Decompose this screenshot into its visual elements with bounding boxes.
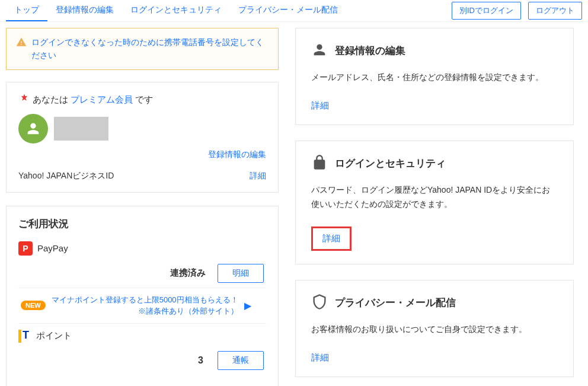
paypay-detail-button[interactable]: 明細: [218, 264, 264, 283]
usage-title: ご利用状況: [18, 217, 266, 231]
premium-prefix: あなたは: [33, 94, 68, 106]
logout-button[interactable]: ログアウト: [528, 2, 582, 20]
security-title: ログインとセキュリティ: [335, 157, 446, 170]
tpoint-icon: T: [18, 330, 31, 343]
edit-info-detail-link[interactable]: 詳細: [311, 100, 329, 111]
edit-info-head: 登録情報の編集: [311, 42, 558, 60]
security-head: ログインとセキュリティ: [311, 154, 558, 173]
privacy-detail-link[interactable]: 詳細: [311, 352, 329, 363]
alert-text: ログインできなくなった時のために携帯電話番号を設定してください: [31, 36, 269, 62]
business-id-detail-link[interactable]: 詳細: [250, 171, 266, 181]
edit-info-desc: メールアドレス、氏名・住所などの登録情報を設定できます。: [311, 71, 558, 85]
chevron-right-icon: ▶: [244, 300, 251, 311]
tpoint-value-row: 3 通帳: [18, 349, 266, 375]
security-desc: パスワード、ログイン履歴などYahoo! JAPAN IDをより安全にお使いいた…: [311, 183, 558, 212]
premium-line: あなたは プレミアム会員 です: [18, 93, 266, 107]
shield-icon: [311, 294, 328, 312]
privacy-title: プライバシー・メール配信: [335, 296, 456, 310]
paypay-name: PayPay: [37, 243, 68, 253]
tpoint-passbook-button[interactable]: 通帳: [218, 351, 264, 370]
tpoint-value: 3: [198, 355, 203, 366]
privacy-head: プライバシー・メール配信: [311, 294, 558, 312]
header-bar: トップ 登録情報の編集 ログインとセキュリティ プライバシー・メール配信 別ID…: [0, 0, 588, 22]
login-other-id-button[interactable]: 別IDでログイン: [452, 2, 521, 20]
lock-icon: [311, 154, 328, 173]
new-badge: NEW: [21, 301, 46, 310]
phone-setup-alert[interactable]: ログインできなくなった時のために携帯電話番号を設定してください: [6, 28, 279, 70]
security-detail-link[interactable]: 詳細: [322, 233, 340, 244]
paypay-block: P PayPay 連携済み 明細 NEW マイナポイント登録すると上限5000円…: [18, 241, 266, 324]
right-column: 登録情報の編集 メールアドレス、氏名・住所などの登録情報を設定できます。 詳細 …: [295, 28, 574, 386]
edit-profile-link[interactable]: 登録情報の編集: [18, 149, 266, 160]
warning-icon: [16, 36, 27, 53]
paypay-icon: P: [18, 241, 33, 256]
tab-edit-info[interactable]: 登録情報の編集: [47, 0, 122, 21]
promo-text: マイナポイント登録すると上限5000円相当もらえる！ ※諸条件あり（外部サイト）: [52, 294, 238, 317]
tab-top[interactable]: トップ: [6, 0, 47, 21]
paypay-head: P PayPay: [18, 241, 266, 256]
tpoint-name: ポイント: [36, 330, 72, 342]
header-buttons: 別IDでログイン ログアウト: [452, 2, 582, 20]
usage-panel: ご利用状況 P PayPay 連携済み 明細 NEW マイナポイント登録すると上…: [6, 206, 279, 386]
user-row: [18, 114, 266, 143]
ribbon-icon: [18, 93, 30, 107]
privacy-card: プライバシー・メール配信 お客様情報のお取り扱いについてご自身で設定できます。 …: [295, 280, 574, 377]
business-id-row: Yahoo! JAPANビジネスID 詳細: [18, 167, 266, 181]
tab-list: トップ 登録情報の編集 ログインとセキュリティ プライバシー・メール配信: [6, 0, 346, 21]
premium-suffix: です: [135, 94, 153, 106]
paypay-linked-row: 連携済み 明細: [18, 261, 266, 288]
tpoint-head: T ポイント: [18, 330, 266, 343]
privacy-desc: お客様情報のお取り扱いについてご自身で設定できます。: [311, 323, 558, 337]
avatar: [18, 114, 48, 143]
username-mask: [54, 117, 108, 141]
left-column: ログインできなくなった時のために携帯電話番号を設定してください あなたは プレミ…: [6, 28, 279, 386]
mynapoint-promo[interactable]: NEW マイナポイント登録すると上限5000円相当もらえる！ ※諸条件あり（外部…: [18, 288, 266, 324]
tpoint-block: T ポイント 3 通帳: [18, 330, 266, 375]
main-content: ログインできなくなった時のために携帯電話番号を設定してください あなたは プレミ…: [0, 22, 588, 386]
person-icon: [311, 42, 328, 60]
security-detail-highlight: 詳細: [311, 227, 351, 251]
premium-link[interactable]: プレミアム会員: [71, 94, 133, 106]
business-id-label: Yahoo! JAPANビジネスID: [18, 171, 114, 181]
edit-info-card: 登録情報の編集 メールアドレス、氏名・住所などの登録情報を設定できます。 詳細: [295, 28, 574, 125]
paypay-linked-label: 連携済み: [170, 267, 206, 279]
tab-security[interactable]: ログインとセキュリティ: [122, 0, 230, 21]
tab-privacy[interactable]: プライバシー・メール配信: [230, 0, 346, 21]
edit-info-title: 登録情報の編集: [335, 44, 405, 58]
security-card: ログインとセキュリティ パスワード、ログイン履歴などYahoo! JAPAN I…: [295, 141, 574, 265]
profile-panel: あなたは プレミアム会員 です 登録情報の編集 Yahoo! JAPANビジネス…: [6, 82, 279, 193]
